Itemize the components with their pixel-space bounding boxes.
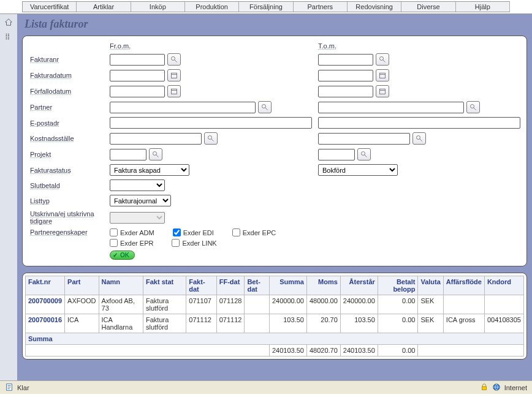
col-betdat[interactable]: Bet-dat — [245, 276, 270, 295]
fakturastatus-to-select[interactable]: Bokförd — [318, 164, 398, 176]
fakturanr-from-input[interactable] — [110, 54, 165, 66]
col-aterstar[interactable]: Återstår — [340, 276, 378, 295]
filter-panel: Fr.o.m. T.o.m. Fakturanr Fakturadatum — [22, 36, 527, 266]
fakturanr-to-input[interactable] — [318, 54, 373, 66]
search-icon[interactable] — [167, 53, 181, 66]
svg-rect-6 — [380, 73, 386, 78]
svg-line-23 — [365, 155, 367, 157]
total-summa: 240103.50 — [269, 345, 306, 357]
list-icon[interactable] — [4, 32, 13, 42]
cell-betdat — [245, 295, 270, 314]
page-title: Lista fakturor — [25, 18, 527, 31]
cell-faktnr[interactable]: 200700016 — [26, 314, 65, 333]
search-icon[interactable] — [357, 148, 371, 160]
ok-button[interactable]: OK — [110, 251, 135, 260]
total-betaltbelopp: 0.00 — [378, 345, 418, 357]
calendar-icon[interactable] — [167, 69, 181, 81]
svg-line-15 — [474, 108, 476, 110]
slutbetald-select[interactable] — [110, 179, 165, 191]
col-betaltbelopp[interactable]: Betalt belopp — [378, 276, 418, 295]
svg-point-0 — [172, 57, 175, 61]
col-kndord[interactable]: Kndord — [484, 276, 523, 295]
menu-redovisning[interactable]: Redovisning — [348, 1, 401, 12]
col-ffdat[interactable]: FF-dat — [216, 276, 245, 295]
forfallodatum-from-input[interactable] — [110, 86, 165, 97]
col-faktstat[interactable]: Fakt stat — [143, 276, 186, 295]
cell-betaltbelopp: 0.00 — [378, 295, 418, 314]
cell-betdat — [245, 314, 270, 333]
zone-text: Internet — [504, 384, 527, 391]
menu-varucertifikat[interactable]: Varucertifikat — [22, 1, 77, 12]
search-icon[interactable] — [466, 101, 480, 113]
calendar-icon[interactable] — [376, 69, 389, 81]
partner-to-input[interactable] — [318, 102, 464, 113]
status-text: Klar — [17, 384, 29, 391]
label-fakturadatum: Fakturadatum — [30, 72, 110, 79]
menu-inkop[interactable]: Inköp — [131, 1, 185, 12]
col-namn[interactable]: Namn — [99, 276, 143, 295]
kostnadsstalle-to-input[interactable] — [318, 133, 410, 145]
checkbox-exder-edi[interactable]: Exder EDI — [173, 228, 214, 236]
search-icon[interactable] — [258, 101, 272, 113]
menu-forsaljning[interactable]: Försäljning — [239, 1, 293, 12]
label-partner: Partner — [30, 104, 110, 111]
cell-aterstar: 240000.00 — [340, 295, 378, 314]
projekt-from-input[interactable] — [110, 149, 146, 160]
top-menu: Varucertifikat Artiklar Inköp Produktion… — [0, 0, 532, 14]
label-partneregenskaper: Partneregenskaper — [30, 228, 110, 236]
home-icon[interactable] — [4, 18, 13, 28]
calendar-icon[interactable] — [376, 85, 389, 97]
table-row: 200700009 AXFOOD Axfood AB, 73 Faktura s… — [26, 295, 524, 314]
partner-from-input[interactable] — [110, 102, 256, 113]
projekt-to-input[interactable] — [318, 149, 355, 160]
cell-ffdat: 071128 — [216, 295, 245, 314]
label-listtyp: Listtyp — [30, 197, 110, 205]
checkbox-exder-epr[interactable]: Exder EPR — [110, 239, 153, 247]
cell-faktnr[interactable]: 200700009 — [26, 295, 65, 314]
col-valuta[interactable]: Valuta — [418, 276, 443, 295]
menu-diverse[interactable]: Diverse — [401, 1, 455, 12]
cell-summa: 240000.00 — [269, 295, 306, 314]
listtyp-select[interactable]: Fakturajournal — [110, 195, 171, 206]
col-faktnr[interactable]: Fakt.nr — [26, 276, 65, 295]
lock-icon — [480, 383, 488, 393]
menu-partners[interactable]: Partners — [294, 1, 348, 12]
col-summa[interactable]: Summa — [269, 276, 306, 295]
fakturadatum-to-input[interactable] — [318, 70, 373, 81]
svg-point-18 — [417, 136, 420, 140]
col-moms[interactable]: Moms — [306, 276, 340, 295]
svg-line-19 — [420, 139, 422, 142]
search-icon[interactable] — [376, 53, 389, 66]
utskrivna-select — [110, 212, 165, 224]
fakturadatum-from-input[interactable] — [110, 70, 165, 81]
kostnadsstalle-from-input[interactable] — [110, 133, 202, 145]
epostadr-from-input[interactable] — [110, 117, 312, 129]
forfallodatum-to-input[interactable] — [318, 86, 373, 97]
search-icon[interactable] — [412, 132, 426, 145]
fakturastatus-from-select[interactable]: Faktura skapad — [110, 164, 189, 176]
checkbox-exder-epc[interactable]: Exder EPC — [232, 228, 276, 236]
svg-line-1 — [175, 60, 177, 62]
search-icon[interactable] — [204, 132, 218, 145]
col-faktdat[interactable]: Fakt-dat — [186, 276, 216, 295]
search-icon[interactable] — [149, 148, 162, 160]
from-header: Fr.o.m. — [110, 42, 318, 50]
epostadr-to-input[interactable] — [318, 117, 520, 129]
label-projekt: Projekt — [30, 151, 110, 158]
checkbox-exder-link[interactable]: Exder LINK — [172, 239, 216, 247]
cell-faktdat: 071112 — [186, 314, 216, 333]
svg-point-2 — [380, 57, 384, 61]
svg-point-12 — [262, 105, 266, 108]
col-part[interactable]: Part — [65, 276, 99, 295]
total-aterstar: 240103.50 — [340, 345, 378, 357]
menu-hjalp[interactable]: Hjälp — [456, 1, 510, 12]
svg-line-21 — [156, 155, 159, 157]
label-utskrivna: Utskrivna/ej utskrivna tidigare — [30, 210, 110, 225]
col-affarsflode[interactable]: Affärsflöde — [443, 276, 484, 295]
calendar-icon[interactable] — [167, 85, 181, 97]
cell-affarsflode: ICA gross — [443, 314, 484, 333]
menu-produktion[interactable]: Produktion — [185, 1, 239, 12]
menu-artiklar[interactable]: Artiklar — [77, 1, 131, 12]
checkbox-exder-adm[interactable]: Exder ADM — [110, 228, 154, 236]
cell-affarsflode — [443, 295, 484, 314]
